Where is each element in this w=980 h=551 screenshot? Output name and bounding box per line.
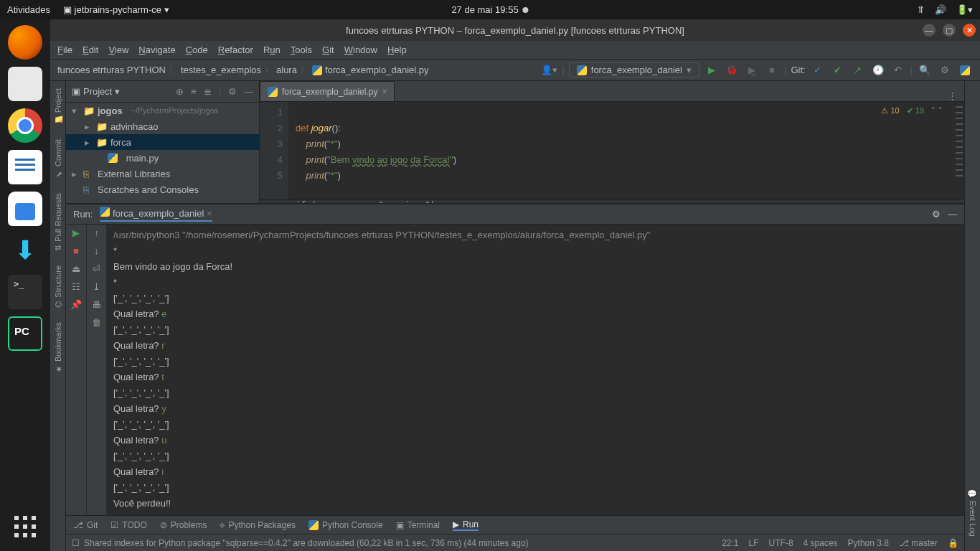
tab-close-icon[interactable]: × bbox=[382, 87, 387, 97]
tool-commit[interactable]: ✔Commit bbox=[53, 139, 62, 179]
tree-folder-forca[interactable]: ▸📁forca bbox=[66, 134, 259, 150]
run-config-selector[interactable]: forca_exemplo_daniel ▾ bbox=[569, 62, 699, 77]
dock-pycharm[interactable] bbox=[8, 316, 42, 351]
menu-refactor[interactable]: Refactor bbox=[218, 44, 253, 55]
maximize-button[interactable]: ▢ bbox=[943, 24, 956, 37]
panel-hide-icon[interactable]: — bbox=[244, 86, 253, 97]
editor-tab[interactable]: forca_exemplo_daniel.py × bbox=[260, 81, 395, 101]
exit-icon[interactable]: ⏏ bbox=[72, 263, 80, 274]
panel-settings-icon[interactable]: ⚙ bbox=[228, 86, 237, 97]
stop-button[interactable]: ■ bbox=[764, 62, 780, 78]
ide-settings-icon[interactable]: ⚙ bbox=[937, 62, 953, 78]
volume-icon[interactable]: 🔊 bbox=[935, 4, 946, 15]
pin-icon[interactable]: 📌 bbox=[70, 299, 82, 310]
run-hide-icon[interactable]: — bbox=[948, 209, 957, 220]
status-caret[interactable]: 22:1 bbox=[722, 538, 738, 548]
dock-downloads[interactable]: ⬇ bbox=[8, 233, 42, 268]
crumb-root[interactable]: funcoes etrturas PYTHON bbox=[57, 65, 166, 75]
tree-root[interactable]: ▾📁 jogos ~/PycharmProjects/jogos bbox=[66, 103, 259, 118]
down-icon[interactable]: ↓ bbox=[94, 245, 99, 256]
status-message[interactable]: Shared indexes for Python package "sqlpa… bbox=[84, 538, 529, 548]
close-button[interactable]: ✕ bbox=[963, 24, 976, 37]
tool-run[interactable]: ▶Run bbox=[453, 519, 479, 531]
status-branch[interactable]: ⎇ master bbox=[899, 538, 938, 548]
run-button[interactable]: ▶ bbox=[704, 62, 720, 78]
tool-packages[interactable]: ⎆Python Packages bbox=[220, 520, 295, 530]
status-icon[interactable]: ☐ bbox=[72, 538, 80, 548]
scroll-icon[interactable]: ⤓ bbox=[93, 281, 100, 292]
tree-folder-advinhacao[interactable]: ▸📁advinhacao bbox=[66, 118, 259, 134]
tool-pull-requests[interactable]: ⇅Pull Requests bbox=[53, 193, 62, 251]
menu-help[interactable]: Help bbox=[387, 44, 407, 55]
wifi-icon[interactable]: ⥣ bbox=[917, 4, 925, 15]
locate-icon[interactable]: ⊕ bbox=[176, 86, 184, 97]
crumb-file[interactable]: forca_exemplo_daniel.py bbox=[325, 65, 429, 75]
status-eol[interactable]: LF bbox=[749, 538, 759, 548]
tool-problems[interactable]: ⊘Problems bbox=[160, 520, 207, 530]
project-tree[interactable]: ▾📁 jogos ~/PycharmProjects/jogos ▸📁advin… bbox=[66, 103, 259, 203]
stop-icon[interactable]: ■ bbox=[73, 245, 79, 256]
menu-navigate[interactable]: Navigate bbox=[138, 44, 175, 55]
next-highlight-icon[interactable]: ˅ bbox=[938, 106, 943, 116]
tree-external-libs[interactable]: ▸⎘External Libraries bbox=[66, 166, 259, 182]
status-interpreter[interactable]: Python 3.8 bbox=[848, 538, 889, 548]
tree-file-main[interactable]: main.py bbox=[66, 150, 259, 166]
git-rollback-icon[interactable]: ↶ bbox=[890, 62, 906, 78]
debug-button[interactable]: 🐞 bbox=[724, 62, 740, 78]
dock-chrome[interactable] bbox=[8, 108, 42, 143]
dock-terminal[interactable] bbox=[8, 275, 42, 309]
console-output[interactable]: /usr/bin/python3 "/home/rosemeri/Pycharm… bbox=[106, 225, 964, 515]
menu-code[interactable]: Code bbox=[186, 44, 208, 55]
menu-file[interactable]: File bbox=[57, 44, 72, 55]
git-push-icon[interactable]: ↗ bbox=[850, 62, 866, 78]
menu-run[interactable]: Run bbox=[263, 44, 281, 55]
tree-scratches[interactable]: ⎘Scratches and Consoles bbox=[66, 182, 259, 197]
up-icon[interactable]: ↑ bbox=[94, 227, 99, 238]
status-indent[interactable]: 4 spaces bbox=[804, 538, 838, 548]
menu-edit[interactable]: Edit bbox=[83, 44, 98, 55]
expand-all-icon[interactable]: ≡ bbox=[191, 86, 197, 97]
search-everywhere-icon[interactable]: 🔍 bbox=[917, 62, 933, 78]
dock-software[interactable] bbox=[8, 192, 42, 226]
tool-python-console[interactable]: Python Console bbox=[308, 520, 383, 530]
breadcrumbs[interactable]: funcoes etrturas PYTHON〉 testes_e_exempl… bbox=[57, 64, 428, 77]
clear-icon[interactable]: 🗑 bbox=[92, 317, 101, 328]
layout-icon[interactable]: ☷ bbox=[72, 281, 80, 292]
minimize-button[interactable]: — bbox=[923, 24, 936, 37]
app-indicator[interactable]: ▣ jetbrains-pycharm-ce ▾ bbox=[63, 4, 169, 15]
tabs-more-icon[interactable]: ⋮ bbox=[941, 90, 964, 101]
tool-project[interactable]: 📁Project bbox=[53, 88, 62, 125]
activities-button[interactable]: Atividades bbox=[7, 4, 50, 15]
error-stripe[interactable] bbox=[956, 106, 963, 178]
git-commit-icon[interactable]: ✔ bbox=[830, 62, 846, 78]
menu-tools[interactable]: Tools bbox=[291, 44, 312, 55]
prev-highlight-icon[interactable]: ˄ bbox=[931, 106, 936, 116]
dock-apps-grid[interactable] bbox=[8, 509, 42, 544]
tool-terminal[interactable]: ▣Terminal bbox=[396, 520, 440, 530]
dock-files[interactable] bbox=[8, 67, 42, 101]
inspection-badges[interactable]: ⚠ 10 ✔ 19 ˄˅ bbox=[881, 106, 943, 116]
wrap-icon[interactable]: ⏎ bbox=[93, 263, 100, 274]
python-sdk-icon[interactable] bbox=[957, 62, 973, 78]
code-area[interactable]: 1 2 3 4 5 def jogar(): print("*") print(… bbox=[260, 102, 964, 199]
run-settings-icon[interactable]: ⚙ bbox=[932, 209, 941, 220]
clock[interactable]: 27 de mai 19:55 bbox=[451, 4, 518, 15]
tool-bookmarks[interactable]: ★Bookmarks bbox=[53, 322, 62, 374]
git-history-icon[interactable]: 🕘 bbox=[870, 62, 886, 78]
menu-view[interactable]: View bbox=[108, 44, 128, 55]
print-icon[interactable]: 🖶 bbox=[92, 299, 101, 310]
status-encoding[interactable]: UTF-8 bbox=[769, 538, 793, 548]
menu-git[interactable]: Git bbox=[322, 44, 334, 55]
tool-git[interactable]: ⎇Git bbox=[73, 520, 98, 530]
run-config-tab[interactable]: forca_exemplo_daniel × bbox=[100, 207, 212, 222]
menu-window[interactable]: Window bbox=[344, 44, 377, 55]
code-with-me-icon[interactable]: 👤▾ bbox=[541, 65, 557, 75]
crumb-2[interactable]: alura bbox=[276, 65, 297, 75]
git-update-icon[interactable]: ✓ bbox=[810, 62, 826, 78]
status-lock-icon[interactable]: 🔒 bbox=[948, 538, 958, 548]
battery-icon[interactable]: 🔋▾ bbox=[956, 4, 973, 15]
coverage-button[interactable]: ▶̲ bbox=[744, 62, 760, 78]
crumb-1[interactable]: testes_e_exemplos bbox=[181, 65, 261, 75]
rerun-icon[interactable]: ▶ bbox=[72, 227, 80, 238]
collapse-all-icon[interactable]: ≣ bbox=[204, 86, 212, 97]
